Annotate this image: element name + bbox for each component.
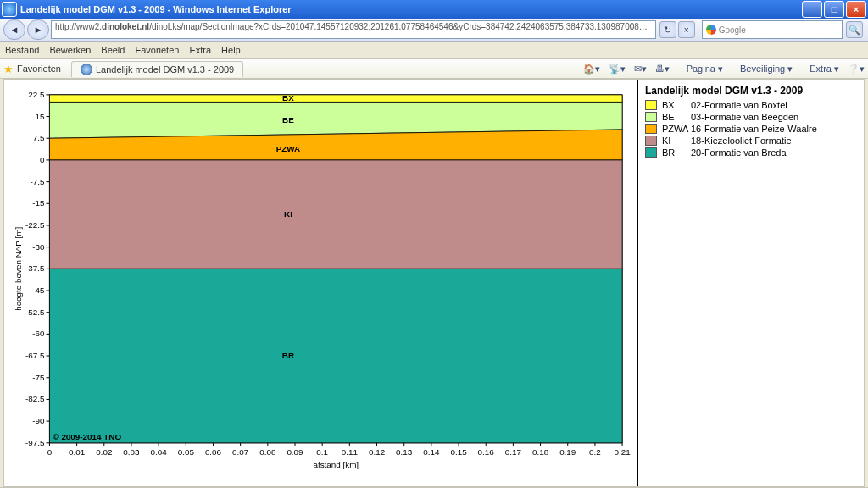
svg-text:PZWA: PZWA <box>276 144 300 153</box>
legend-pane: Landelijk model DGM v1.3 - 2009 BX02-For… <box>638 80 864 486</box>
google-icon <box>706 25 716 35</box>
page-menu[interactable]: Pagina ▾ <box>678 64 723 75</box>
svg-text:0.21: 0.21 <box>614 447 630 457</box>
refresh-button[interactable]: ↻ <box>659 21 676 38</box>
svg-text:0.09: 0.09 <box>287 447 303 457</box>
close-button[interactable]: × <box>846 1 866 18</box>
legend-swatch <box>645 100 657 110</box>
menu-bar: Bestand Bewerken Beeld Favorieten Extra … <box>0 42 868 59</box>
address-bar[interactable]: http://www2.dinoloket.nl/dinoLks/map/Sec… <box>51 20 656 39</box>
svg-text:0.14: 0.14 <box>423 447 440 457</box>
svg-text:-67.5: -67.5 <box>25 351 45 360</box>
legend-code: KI <box>662 136 691 146</box>
svg-text:0.02: 0.02 <box>96 447 112 457</box>
svg-text:BX: BX <box>282 93 294 103</box>
svg-text:-22.5: -22.5 <box>25 220 45 230</box>
stop-button[interactable]: × <box>678 21 695 38</box>
svg-text:-97.5: -97.5 <box>25 438 45 447</box>
command-bar: 🏠▾ 📡▾ ✉▾ 🖶▾ Pagina ▾ Beveiliging ▾ Extra… <box>575 64 865 75</box>
svg-text:0.05: 0.05 <box>178 447 195 457</box>
svg-text:-15: -15 <box>32 198 45 208</box>
legend-item: BX02-Formatie van Boxtel <box>645 100 857 110</box>
svg-text:-30: -30 <box>32 242 45 252</box>
svg-text:-37.5: -37.5 <box>25 263 45 273</box>
legend-title: Landelijk model DGM v1.3 - 2009 <box>645 85 857 97</box>
back-button[interactable]: ◄ <box>3 19 25 40</box>
svg-text:KI: KI <box>284 209 292 219</box>
extra-menu[interactable]: Extra ▾ <box>801 64 839 75</box>
svg-marker-9 <box>49 269 622 442</box>
svg-text:-82.5: -82.5 <box>25 394 45 403</box>
svg-text:© 2009-2014 TNO: © 2009-2014 TNO <box>53 432 121 441</box>
svg-text:0.15: 0.15 <box>450 447 467 457</box>
svg-text:0.11: 0.11 <box>342 447 358 457</box>
svg-marker-1 <box>49 95 622 103</box>
svg-text:0.16: 0.16 <box>478 447 495 457</box>
legend-label: 02-Formatie van Boxtel <box>691 100 787 110</box>
menu-edit[interactable]: Bewerken <box>49 45 91 55</box>
search-button[interactable]: 🔍 <box>846 21 863 38</box>
svg-text:0: 0 <box>47 447 53 457</box>
menu-extra[interactable]: Extra <box>189 45 211 55</box>
menu-help[interactable]: Help <box>221 45 241 55</box>
svg-text:-75: -75 <box>32 373 45 382</box>
svg-marker-7 <box>49 160 622 269</box>
legend-item: BR20-Formatie van Breda <box>645 147 857 158</box>
ie-icon <box>2 2 17 17</box>
menu-file[interactable]: Bestand <box>5 45 39 55</box>
menu-view[interactable]: Beeld <box>101 45 125 55</box>
svg-text:0.13: 0.13 <box>396 447 413 457</box>
legend-label: 16-Formatie van Peize-Waalre <box>691 124 817 134</box>
forward-button[interactable]: ► <box>27 19 49 40</box>
feeds-button[interactable]: 📡▾ <box>609 64 626 75</box>
maximize-button[interactable]: □ <box>824 1 844 18</box>
svg-text:0.2: 0.2 <box>589 447 601 457</box>
svg-text:0.19: 0.19 <box>559 447 576 457</box>
svg-text:BE: BE <box>282 115 294 125</box>
search-box[interactable]: Google <box>702 20 843 39</box>
legend-label: 03-Formatie van Beegden <box>691 112 798 122</box>
svg-text:-7.5: -7.5 <box>31 177 46 186</box>
menu-fav[interactable]: Favorieten <box>135 45 179 55</box>
svg-text:7.5: 7.5 <box>33 133 45 142</box>
legend-code: BE <box>662 112 691 122</box>
legend-code: PZWA <box>662 124 691 134</box>
svg-text:0.18: 0.18 <box>532 447 549 457</box>
svg-text:0.08: 0.08 <box>259 447 276 457</box>
svg-text:0.03: 0.03 <box>123 447 140 457</box>
legend-swatch <box>645 112 657 122</box>
legend-code: BR <box>662 147 691 158</box>
svg-text:0.06: 0.06 <box>205 447 222 457</box>
favorites-label[interactable]: Favorieten <box>17 64 61 74</box>
legend-item: KI18-Kiezelooliet Formatie <box>645 136 857 146</box>
help-menu[interactable]: ❔▾ <box>848 64 865 75</box>
svg-text:0.01: 0.01 <box>69 447 85 457</box>
svg-text:0: 0 <box>40 155 45 164</box>
svg-text:-45: -45 <box>32 286 45 295</box>
print-button[interactable]: 🖶▾ <box>655 64 670 75</box>
svg-text:0.04: 0.04 <box>151 447 168 457</box>
mail-button[interactable]: ✉▾ <box>634 64 647 75</box>
safety-menu[interactable]: Beveiliging ▾ <box>732 64 793 75</box>
ie-tab-icon <box>81 64 92 75</box>
svg-text:hoogte boven NAP [m]: hoogte boven NAP [m] <box>14 227 23 311</box>
legend-label: 20-Formatie van Breda <box>691 147 787 158</box>
window-title: Landelijk model DGM v1.3 - 2009 - Window… <box>20 4 800 14</box>
page-content: BXBEPZWAKIBR22.5157.50-7.5-15-22.5-30-37… <box>3 79 865 487</box>
svg-text:-52.5: -52.5 <box>25 308 45 317</box>
svg-text:0.12: 0.12 <box>369 447 385 457</box>
minimize-button[interactable]: _ <box>802 1 822 18</box>
tab-current[interactable]: Landelijk model DGM v1.3 - 2009 <box>71 61 243 77</box>
legend-label: 18-Kiezelooliet Formatie <box>691 136 792 146</box>
home-button[interactable]: 🏠▾ <box>583 64 600 75</box>
window-title-bar: Landelijk model DGM v1.3 - 2009 - Window… <box>0 0 868 19</box>
svg-text:22.5: 22.5 <box>28 90 45 99</box>
legend-swatch <box>645 124 657 134</box>
svg-text:-60: -60 <box>32 329 45 338</box>
cross-section-chart: BXBEPZWAKIBR22.5157.50-7.5-15-22.5-30-37… <box>11 86 631 471</box>
svg-text:0.07: 0.07 <box>232 447 248 457</box>
legend-code: BX <box>662 100 691 110</box>
favorites-bar: ★ Favorieten Landelijk model DGM v1.3 - … <box>0 59 868 79</box>
svg-text:-90: -90 <box>32 416 45 425</box>
favorites-star-icon[interactable]: ★ <box>3 63 14 75</box>
